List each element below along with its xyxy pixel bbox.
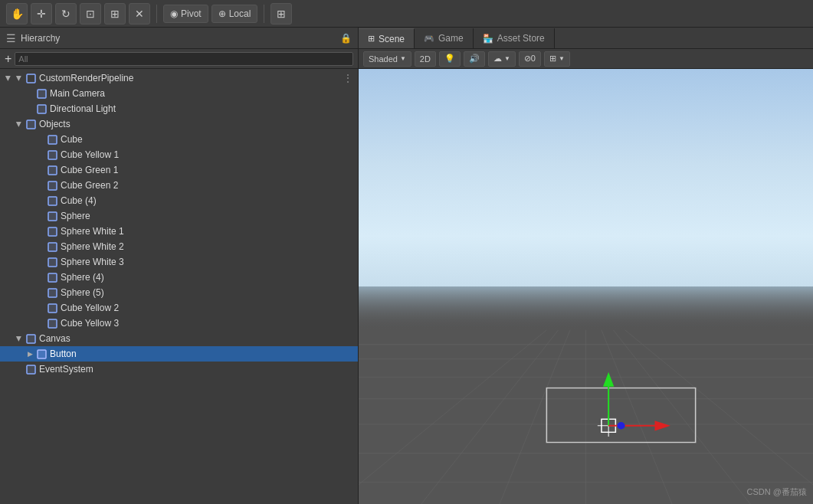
sphere-white-2-label: Sphere White 2 [61, 241, 124, 252]
overlay-arrow: ▼ [559, 55, 565, 62]
dir-light-icon [35, 103, 48, 115]
sphere-label: Sphere [61, 211, 90, 221]
pivot-dropdown[interactable]: ◉ Pivot [163, 5, 208, 23]
hierarchy-item-cube[interactable]: ▶ Cube [0, 132, 358, 147]
cube-yellow-1-icon [46, 149, 58, 161]
hierarchy-lock-icon[interactable]: 🔒 [340, 33, 352, 44]
hierarchy-item-sphere[interactable]: ▶ Sphere [0, 208, 358, 224]
game-tab-icon: 🎮 [424, 34, 434, 44]
hierarchy-item-event-system[interactable]: ▶ EventSystem [0, 362, 358, 377]
rotate-tool[interactable]: ↻ [55, 3, 77, 25]
audio-icon: 🔊 [469, 54, 480, 64]
scene-tab-game[interactable]: 🎮 Game [415, 28, 474, 48]
scale-tool[interactable]: ⊡ [80, 3, 101, 25]
toolbar-separator-1 [156, 5, 157, 23]
svg-rect-16 [48, 319, 57, 328]
cube-icon [46, 133, 58, 146]
lighting-button[interactable]: 💡 [439, 51, 461, 67]
event-system-label: EventSystem [39, 364, 93, 375]
sphere-white-2-icon [46, 241, 58, 253]
2d-button[interactable]: 2D [415, 51, 436, 67]
hierarchy-search-input[interactable] [15, 52, 353, 66]
layers-btn[interactable]: ⊞ [270, 3, 292, 25]
cube-green-1-label: Cube Green 1 [61, 165, 118, 175]
hierarchy-item-cube-green-1[interactable]: ▶ Cube Green 1 [0, 162, 358, 178]
hierarchy-item-cube-4[interactable]: ▶ Cube (4) [0, 193, 358, 208]
hierarchy-root[interactable]: ▶ ▶ CustomRenderPipeline ⋮ [0, 70, 358, 86]
root-arrow: ▶ [3, 73, 14, 83]
hierarchy-item-main-camera[interactable]: ▶ Main Camera [0, 86, 358, 101]
svg-rect-17 [27, 335, 35, 343]
overlay-dropdown[interactable]: ⊞ ▼ [544, 51, 570, 67]
svg-rect-21 [359, 286, 813, 330]
svg-rect-12 [48, 258, 57, 267]
cube-yellow-3-label: Cube Yellow 3 [61, 318, 119, 329]
asset-store-tab-icon: 🏪 [483, 34, 493, 44]
svg-rect-19 [27, 365, 35, 374]
hierarchy-item-sphere-white-1[interactable]: ▶ Sphere White 1 [0, 224, 358, 239]
hierarchy-item-cube-yellow-2[interactable]: ▶ Cube Yellow 2 [0, 300, 358, 316]
main-layout: ☰ Hierarchy 🔒 + ▶ ▶ CustomRenderPipeline… [0, 28, 813, 504]
fx-label: ☁ [493, 54, 502, 64]
overlay-icon: ⊞ [549, 54, 556, 64]
dir-light-label: Directional Light [50, 103, 116, 114]
hierarchy-content[interactable]: ▶ ▶ CustomRenderPipeline ⋮ ▶ Main Camera… [0, 69, 358, 504]
gizmos-dropdown[interactable]: ⊘0 [519, 51, 541, 67]
cube-4-icon [46, 195, 58, 207]
hierarchy-panel: ☰ Hierarchy 🔒 + ▶ ▶ CustomRenderPipeline… [0, 28, 359, 504]
hierarchy-item-canvas[interactable]: ▶ Canvas [0, 331, 358, 346]
root-more-icon[interactable]: ⋮ [343, 72, 353, 84]
svg-rect-4 [48, 136, 57, 144]
svg-rect-7 [48, 182, 57, 190]
hierarchy-add-button[interactable]: + [5, 53, 11, 65]
move-tool[interactable]: ✛ [31, 3, 52, 25]
svg-rect-14 [48, 289, 57, 297]
lighting-icon: 💡 [444, 54, 455, 64]
root-label: CustomRenderPipeline [39, 73, 133, 83]
button-arrow: ▶ [25, 349, 35, 359]
main-toolbar: ✋ ✛ ↻ ⊡ ⊞ ✕ ◉ Pivot ⊕ Local ⊞ [0, 0, 813, 28]
hierarchy-toolbar: + [0, 49, 358, 69]
toolbar-separator-2 [264, 5, 264, 23]
hierarchy-item-sphere-5[interactable]: ▶ Sphere (5) [0, 285, 358, 300]
asset-store-tab-label: Asset Store [497, 33, 545, 44]
rect-tool[interactable]: ⊞ [104, 3, 126, 25]
cube-green-2-icon [46, 179, 58, 191]
hierarchy-item-cube-yellow-3[interactable]: ▶ Cube Yellow 3 [0, 316, 358, 331]
hierarchy-item-cube-green-2[interactable]: ▶ Cube Green 2 [0, 178, 358, 193]
local-icon: ⊕ [218, 8, 226, 19]
objects-label: Objects [39, 119, 70, 129]
hierarchy-item-sphere-white-2[interactable]: ▶ Sphere White 2 [0, 239, 358, 254]
hierarchy-item-cube-yellow-1[interactable]: ▶ Cube Yellow 1 [0, 147, 358, 162]
cube-green-2-label: Cube Green 2 [61, 180, 118, 191]
local-dropdown[interactable]: ⊕ Local [211, 5, 258, 23]
root-arrow2: ▶ [14, 73, 25, 83]
fx-dropdown[interactable]: ☁ ▼ [488, 51, 516, 67]
shading-mode-dropdown[interactable]: Shaded ▼ [363, 51, 411, 67]
cube-yellow-1-label: Cube Yellow 1 [61, 149, 119, 160]
shading-mode-label: Shaded [369, 54, 398, 64]
hand-tool[interactable]: ✋ [6, 3, 28, 25]
svg-rect-11 [48, 243, 57, 251]
audio-button[interactable]: 🔊 [464, 51, 485, 67]
main-camera-label: Main Camera [50, 88, 105, 99]
scene-viewport[interactable]: CSDN @番茄猿 [359, 69, 813, 504]
svg-rect-3 [27, 120, 35, 129]
hierarchy-menu-icon[interactable]: ☰ [6, 32, 16, 44]
2d-label: 2D [420, 54, 431, 64]
canvas-icon [25, 332, 37, 345]
hierarchy-item-objects[interactable]: ▶ Objects [0, 116, 358, 132]
cube-yellow-3-icon [46, 317, 58, 329]
scene-sky [359, 69, 813, 308]
hierarchy-item-dir-light[interactable]: ▶ Directional Light [0, 101, 358, 116]
transform-tool[interactable]: ✕ [129, 3, 150, 25]
hierarchy-item-sphere-4[interactable]: ▶ Sphere (4) [0, 270, 358, 285]
cube-yellow-2-icon [46, 302, 58, 314]
svg-rect-9 [48, 212, 57, 221]
hierarchy-item-button[interactable]: ▶ Button [0, 346, 358, 362]
scene-tab-asset-store[interactable]: 🏪 Asset Store [474, 28, 555, 48]
cube-green-1-icon [46, 164, 58, 176]
svg-rect-15 [48, 304, 57, 313]
scene-tab-scene[interactable]: ⊞ Scene [359, 28, 415, 48]
hierarchy-item-sphere-white-3[interactable]: ▶ Sphere White 3 [0, 254, 358, 270]
